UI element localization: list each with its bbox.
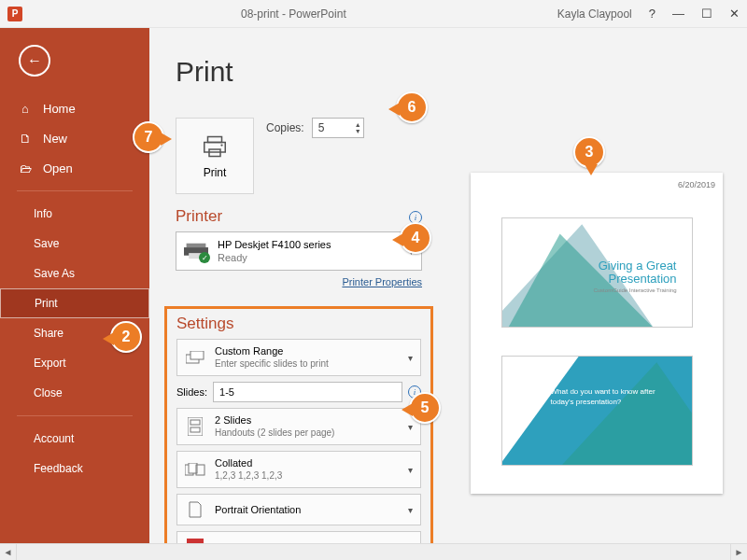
doc-title: 08-print - PowerPoint [30, 7, 557, 21]
spinner-up-icon[interactable]: ▲ [355, 121, 361, 128]
orientation-title: Portrait Orientation [215, 504, 399, 516]
printer-status: Ready [218, 251, 400, 264]
copies-label: Copies: [266, 121, 304, 134]
preview-slide-1: Giving a Great Presentation CustomGuide … [501, 217, 693, 328]
nav-new[interactable]: 🗋 New [0, 123, 149, 153]
nav-new-label: New [43, 132, 67, 146]
collate-title: Collated [215, 457, 399, 469]
printer-section: Printer i ✓ HP Deskjet F4100 series Read… [176, 207, 422, 287]
titlebar: P 08-print - PowerPoint Kayla Claypool ?… [0, 0, 747, 28]
collated-icon [185, 463, 205, 476]
printer-dropdown[interactable]: ✓ HP Deskjet F4100 series Ready ▾ [176, 231, 422, 271]
svg-rect-8 [190, 351, 204, 359]
chevron-down-icon: ▾ [408, 505, 413, 515]
app-icon: P [7, 7, 22, 21]
copies-value: 5 [318, 121, 325, 134]
check-icon: ✓ [199, 252, 210, 263]
range-title: Custom Range [215, 345, 399, 357]
nav-info[interactable]: Info [0, 199, 149, 229]
nav-open-label: Open [43, 161, 73, 175]
scroll-left-button[interactable]: ◄ [0, 544, 17, 560]
slide1-title-l2: Presentation [593, 273, 676, 286]
open-icon: 🗁 [19, 161, 32, 175]
two-slides-icon [185, 417, 205, 436]
home-icon: ⌂ [19, 102, 32, 116]
nav-account[interactable]: Account [0, 424, 149, 454]
horizontal-scrollbar[interactable]: ◄ ► [0, 543, 747, 560]
callout-4: 4 [400, 222, 431, 254]
nav-feedback-label: Feedback [34, 462, 83, 475]
scroll-right-button[interactable]: ► [730, 544, 747, 560]
svg-rect-10 [190, 420, 200, 425]
back-button[interactable]: ← [19, 45, 50, 77]
nav-share-label: Share [34, 327, 63, 340]
preview-page[interactable]: 6/20/2019 Giving a Great Presentation Cu… [471, 173, 723, 494]
copies-row: Copies: 5 ▲ ▼ [266, 118, 364, 138]
chevron-down-icon: ▾ [408, 465, 413, 475]
nav-close-label: Close [34, 386, 63, 399]
slide1-title-l1: Giving a Great [593, 259, 676, 273]
spinner-down-icon[interactable]: ▼ [355, 128, 361, 134]
orientation-dropdown[interactable]: Portrait Orientation ▾ [176, 494, 421, 525]
range-sub: Enter specific slides to print [215, 357, 399, 370]
nav-print-label: Print [35, 297, 58, 310]
backstage-sidebar: ← ⌂ Home 🗋 New 🗁 Open Info Save Save As … [0, 28, 149, 543]
chevron-down-icon: ▾ [408, 422, 413, 432]
print-range-dropdown[interactable]: Custom Range Enter specific slides to pr… [176, 339, 421, 376]
nav-saveas[interactable]: Save As [0, 259, 149, 288]
maximize-button[interactable]: ☐ [701, 7, 712, 20]
preview-slide-2: What do you want to know after today's p… [501, 356, 693, 466]
close-button[interactable]: ✕ [729, 7, 740, 20]
portrait-icon [185, 501, 205, 518]
svg-rect-11 [190, 427, 200, 432]
callout-7: 7 [133, 121, 164, 153]
back-arrow-icon: ← [27, 52, 42, 69]
copies-spinner[interactable]: ▲ ▼ [355, 121, 361, 134]
main-content: Print Print Copies: 5 ▲ ▼ Printer i ✓ [149, 28, 747, 543]
callout-3: 3 [573, 136, 605, 168]
printer-properties-link[interactable]: Printer Properties [176, 276, 422, 287]
nav-home-label: Home [43, 102, 76, 116]
nav-saveas-label: Save As [34, 267, 75, 280]
printer-section-label: Printer [176, 207, 422, 226]
help-button[interactable]: ? [649, 7, 655, 20]
nav-save[interactable]: Save [0, 229, 149, 259]
nav-separator [17, 190, 133, 191]
color-dropdown[interactable]: Color ▾ [176, 531, 421, 543]
nav-feedback[interactable]: Feedback [0, 454, 149, 483]
slides-value: 1-5 [219, 386, 234, 398]
svg-rect-1 [204, 143, 226, 153]
nav-open[interactable]: 🗁 Open [0, 153, 149, 183]
layout-title: 2 Slides [215, 414, 399, 427]
nav-separator-2 [17, 415, 133, 416]
print-button[interactable]: Print [176, 118, 254, 194]
preview-date: 6/20/2019 [478, 180, 715, 189]
nav-account-label: Account [34, 432, 74, 445]
minimize-button[interactable]: — [672, 7, 684, 20]
slide1-subtitle: CustomGuide Interactive Training [593, 287, 676, 293]
printer-status-icon: ✓ [184, 242, 208, 260]
copies-input[interactable]: 5 ▲ ▼ [312, 118, 364, 138]
nav-close[interactable]: Close [0, 378, 149, 408]
printer-name: HP Deskjet F4100 series [218, 238, 400, 251]
nav-print[interactable]: Print [0, 288, 149, 318]
callout-6: 6 [396, 91, 428, 123]
page-title: Print [176, 56, 721, 88]
slides-input[interactable]: 1-5 [213, 382, 402, 402]
settings-section: Settings Custom Range Enter specific sli… [164, 306, 433, 543]
printer-icon [201, 133, 229, 161]
svg-point-3 [220, 144, 222, 146]
slides-range-icon [185, 351, 205, 364]
layout-dropdown[interactable]: 2 Slides Handouts (2 slides per page) ▾ [176, 408, 421, 445]
collate-dropdown[interactable]: Collated 1,2,3 1,2,3 1,2,3 ▾ [176, 451, 421, 488]
collate-sub: 1,2,3 1,2,3 1,2,3 [215, 469, 399, 482]
settings-section-label: Settings [176, 315, 421, 333]
nav-save-label: Save [34, 237, 59, 250]
svg-rect-0 [208, 137, 222, 143]
print-preview: 6/20/2019 Giving a Great Presentation Cu… [463, 173, 730, 494]
callout-5: 5 [409, 392, 441, 424]
nav-home[interactable]: ⌂ Home [0, 93, 149, 123]
slides-label: Slides: [176, 386, 207, 398]
new-icon: 🗋 [19, 132, 32, 146]
chevron-down-icon: ▾ [408, 353, 413, 363]
